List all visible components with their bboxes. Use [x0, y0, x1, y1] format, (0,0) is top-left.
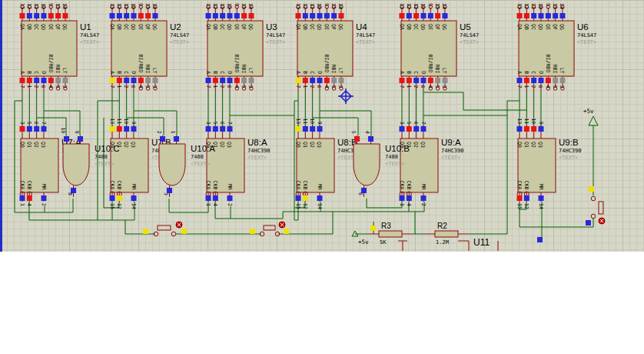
pin-number: 2 [420, 203, 427, 206]
pin-name: QB [523, 24, 529, 30]
button-actuator[interactable] [176, 222, 182, 228]
decoder-U2[interactable]: 13QAA712QBB111QCC210QDD69QEBI/RBO415QFRB… [109, 3, 190, 91]
pin-state-indicator [517, 13, 523, 18]
pin-state-indicator [131, 126, 136, 132]
part-value: 74LS47 [80, 32, 99, 38]
gate-body[interactable] [63, 144, 89, 185]
pin-name: BI/RBO [234, 55, 240, 73]
pin-name: QC [33, 24, 39, 30]
resistor-R3[interactable]: R35K [369, 222, 412, 245]
pin-name: Q2 [309, 142, 315, 148]
pin-state-indicator [152, 13, 158, 18]
pin-state-indicator [428, 13, 433, 18]
pin-number: 13 [19, 3, 25, 9]
gate-body[interactable] [354, 144, 380, 185]
pin-name: QF [330, 24, 337, 30]
pin-name: QF [552, 24, 558, 30]
pin-name: LT [151, 68, 158, 74]
pin-name: A [516, 71, 523, 74]
pin-number: 11 [523, 118, 529, 124]
pin-state-indicator [206, 13, 211, 18]
pin-name: LT [337, 68, 344, 74]
pin-number: 5 [330, 85, 337, 88]
pin-number: 2 [530, 85, 536, 88]
pin-name: QD [40, 24, 46, 30]
decoder-U1[interactable]: 13QAA712QBB111QCC210QDD69QEBI/RBO415QFRB… [19, 3, 100, 91]
pin-name: BI/RBO [48, 55, 54, 73]
counter-U9:A[interactable]: 3Q05Q16Q27Q31CKA4CKB2MRU9:A74HC390<TEXT> [399, 122, 464, 206]
power-terminal[interactable]: +5v [583, 108, 598, 125]
decoder-U4[interactable]: 13QAA712QBB111QCC210QDD69QEBI/RBO415QFRB… [295, 3, 376, 91]
pin-state-indicator [20, 126, 25, 132]
pin-number: 9 [545, 3, 551, 6]
pin-number: 1 [302, 85, 308, 88]
decoder-U3[interactable]: 13QAA712QBB111QCC210QDD69QEBI/RBO415QFRB… [205, 3, 286, 91]
power-label: +5v [583, 108, 594, 115]
pin-name: CKB [212, 181, 218, 190]
pin-state-indicator [131, 78, 136, 83]
pin-number: 2 [227, 203, 233, 206]
pin-number: 2 [41, 203, 47, 206]
decoder-U5[interactable]: 13QAA712QBB111QCC210QDD69QEBI/RBO415QFRB… [399, 3, 480, 91]
pin-number: 13 [516, 3, 523, 9]
decoder-U6[interactable]: 13QAA712QBB111QCC210QDD69QEBI/RBO415QFRB… [516, 3, 597, 91]
text-placeholder: <TEXT> [559, 155, 578, 161]
pin-state-indicator [117, 195, 122, 201]
resistor-R2[interactable]: R21.2M [425, 222, 468, 245]
pin-state-indicator [296, 195, 301, 201]
pin-name: QA [109, 24, 115, 30]
button-contact-bar[interactable] [158, 225, 171, 230]
button-actuator[interactable] [279, 222, 285, 228]
counter-U8:A[interactable]: 3Q05Q16Q27Q31CKA4CKB2MRU8:A74HC390<TEXT> [205, 122, 271, 206]
pin-name: QD [130, 24, 136, 30]
gate-body[interactable] [159, 144, 185, 185]
resistor-body[interactable] [379, 231, 402, 237]
text-placeholder: <TEXT> [95, 161, 114, 167]
pin-name: QD [537, 24, 543, 30]
pin-number: 2 [33, 85, 39, 88]
pin-number: 10 [226, 3, 232, 9]
part-value: 74LS47 [460, 32, 479, 38]
pin-name: QF [55, 24, 61, 30]
counter-U9:B[interactable]: 13Q011Q110Q29Q315CKA12CKB14MRU9:B74HC390… [516, 118, 582, 209]
pin-name: Q0 [295, 142, 301, 148]
button-contact-bar[interactable] [599, 202, 603, 214]
pin-name: CKA [516, 181, 523, 190]
pin-name: QG [337, 24, 344, 30]
pin-state-indicator [407, 78, 412, 83]
pin-number: 4 [406, 203, 412, 206]
pin-number: 15 [330, 3, 337, 9]
part-value: 74LS47 [266, 32, 285, 38]
pin-state-indicator [296, 13, 301, 18]
pin-name: Q0 [516, 142, 523, 148]
pin-number: 15 [434, 3, 440, 9]
pin-name: Q2 [33, 142, 39, 148]
pin-name: B [26, 71, 32, 74]
power-terminal[interactable]: +5v [352, 231, 369, 245]
pin-name: LT [559, 68, 565, 74]
pin-number: 2 [123, 85, 129, 88]
pin-number: 11 [309, 3, 315, 9]
schematic-canvas[interactable]: 13QAA712QBB111QCC210QDD69QEBI/RBO415QFRB… [0, 0, 644, 252]
pin-number: 7 [399, 85, 405, 88]
pin-state-indicator [213, 195, 218, 201]
pin-state-indicator [41, 195, 47, 201]
pin-state-indicator [400, 78, 405, 83]
pin-state-indicator [368, 136, 373, 142]
pin-state-indicator [324, 78, 330, 83]
pin-number: 10 [60, 127, 66, 133]
pin-state-indicator [138, 78, 144, 83]
pin-name: RBI [55, 65, 61, 74]
pin-state-indicator [124, 126, 129, 132]
pin-state-indicator [248, 13, 254, 18]
pin-name: QC [413, 24, 419, 30]
pin-name: B [406, 71, 412, 74]
pin-name: RBI [552, 65, 558, 74]
resistor-body[interactable] [435, 231, 458, 237]
pin-number: 11 [302, 118, 308, 124]
button-contact-bar[interactable] [264, 225, 275, 230]
pin-state-indicator [531, 126, 536, 132]
resistor-value: 5K [380, 239, 387, 245]
button-actuator[interactable] [599, 218, 605, 224]
ref-designator: U10:B [385, 144, 410, 153]
